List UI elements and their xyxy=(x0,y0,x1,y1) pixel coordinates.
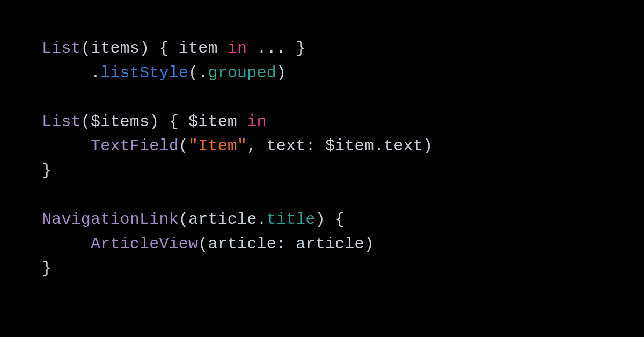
code-token: ( xyxy=(179,137,188,155)
code-indent xyxy=(42,137,91,155)
code-token-type: NavigationLink xyxy=(42,210,179,229)
code-token-keyword: in xyxy=(228,39,247,57)
code-token-type: List xyxy=(42,113,81,131)
code-block: List(items) { item in ... } .listStyle(.… xyxy=(0,0,644,281)
code-token: } xyxy=(42,162,52,180)
code-token: (article: article) xyxy=(198,235,374,253)
code-token-method: listStyle xyxy=(100,64,188,82)
code-indent xyxy=(42,235,91,253)
code-token: (items) { item xyxy=(81,39,228,57)
code-token-string: "Item" xyxy=(188,137,247,155)
code-token-property: title xyxy=(267,210,316,229)
code-token-type: ArticleView xyxy=(91,235,198,253)
code-token: } xyxy=(42,259,52,277)
code-token: , text: $item.text) xyxy=(247,137,433,155)
code-indent xyxy=(42,64,91,82)
code-token: ) xyxy=(276,64,286,82)
code-token-type: TextField xyxy=(91,137,179,155)
code-token: (. xyxy=(188,64,208,82)
code-token: ($items) { $item xyxy=(81,113,247,131)
code-token: (article. xyxy=(179,210,267,229)
code-token: ... } xyxy=(247,39,305,57)
code-token: ) { xyxy=(316,210,345,229)
code-token-enum: grouped xyxy=(208,64,276,82)
code-token: . xyxy=(91,64,100,82)
code-token-type: List xyxy=(42,39,81,57)
code-token-keyword: in xyxy=(247,113,266,131)
